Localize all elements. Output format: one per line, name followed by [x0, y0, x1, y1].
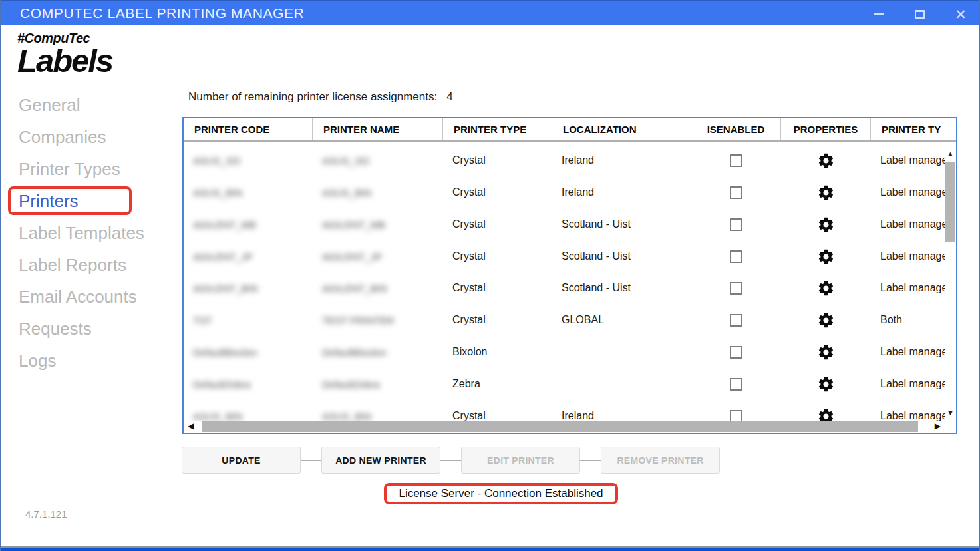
update-button[interactable]: UPDATE — [182, 447, 301, 474]
edit-printer-button[interactable]: EDIT PRINTER — [461, 447, 580, 474]
properties-gear-icon[interactable] — [817, 407, 835, 421]
scroll-right-icon[interactable]: ▶ — [935, 421, 941, 431]
cell-printer-code: AGILENT_JP — [184, 251, 313, 262]
cell-printer-ty: Label management — [871, 250, 945, 262]
cell-printer-type: Crystal — [443, 186, 552, 198]
cell-localization: Scotland - Uist — [552, 250, 691, 262]
cell-printer-ty: Label management — [871, 154, 945, 166]
column-header-printer-name[interactable]: PRINTER NAME — [313, 118, 443, 140]
table-row[interactable]: DefaultZebra DefaultZebra Zebra Label ma… — [184, 368, 945, 400]
isenabled-checkbox[interactable] — [730, 378, 742, 391]
close-button[interactable]: ✕ — [952, 5, 969, 23]
properties-gear-icon[interactable] — [817, 279, 835, 297]
properties-gear-icon[interactable] — [817, 216, 835, 234]
cell-printer-type: Zebra — [443, 378, 552, 390]
cell-printer-type: Crystal — [443, 410, 552, 421]
maximize-button[interactable] — [911, 5, 928, 23]
properties-gear-icon[interactable] — [817, 184, 835, 202]
sidebar-item-requests[interactable]: Requests — [19, 313, 178, 345]
sidebar-item-label-templates[interactable]: Label Templates — [19, 217, 178, 249]
table-header-row: PRINTER CODE PRINTER NAME PRINTER TYPE L… — [184, 118, 956, 142]
cell-printer-code: DefaultZebra — [184, 379, 313, 390]
cell-localization: Scotland - Uist — [552, 218, 691, 230]
vertical-scrollbar[interactable]: ▲ ▼ — [945, 144, 956, 421]
cell-printer-ty: Label management — [871, 346, 945, 358]
brand-name: Labels — [17, 42, 112, 79]
maximize-icon — [915, 10, 925, 19]
properties-gear-icon[interactable] — [817, 343, 835, 361]
cell-printer-name: AGILENT_JP — [313, 251, 443, 262]
horizontal-scrollbar[interactable]: ◀ ▶ — [184, 421, 945, 433]
column-header-localization[interactable]: LOCALIZATION — [552, 118, 691, 140]
brand-logo: #CompuTec Labels — [17, 31, 112, 79]
close-icon: ✕ — [955, 7, 967, 21]
cell-printer-code: AGILENT_MB — [184, 219, 313, 230]
column-header-printer-code[interactable]: PRINTER CODE — [184, 118, 313, 140]
table-row[interactable]: AGILENT_BIN AGILENT_BIN Crystal Scotland… — [184, 272, 945, 304]
scroll-up-icon[interactable]: ▲ — [945, 150, 956, 158]
sidebar-item-printer-types[interactable]: Printer Types — [19, 153, 178, 185]
sidebar-item-companies[interactable]: Companies — [19, 121, 178, 153]
minimize-icon — [874, 13, 884, 15]
cell-printer-name: AGILENT_BIN — [313, 283, 443, 294]
cell-printer-code: ASUS_BIN — [184, 187, 313, 198]
horizontal-scrollbar-thumb[interactable] — [202, 421, 918, 432]
cell-printer-ty: Label management — [871, 186, 945, 198]
cell-printer-ty: Label management — [871, 218, 945, 230]
printers-table: PRINTER CODE PRINTER NAME PRINTER TYPE L… — [182, 117, 957, 434]
isenabled-checkbox[interactable] — [730, 218, 742, 231]
properties-gear-icon[interactable] — [817, 152, 835, 170]
remove-printer-button[interactable]: REMOVE PRINTER — [601, 447, 720, 474]
sidebar-item-logs[interactable]: Logs — [19, 345, 178, 377]
properties-gear-icon[interactable] — [817, 248, 835, 266]
isenabled-checkbox[interactable] — [730, 410, 742, 421]
table-row[interactable]: AGILENT_MB AGILENT_MB Crystal Scotland -… — [184, 208, 945, 240]
button-connector — [301, 460, 321, 461]
add-new-printer-button[interactable]: ADD NEW PRINTER — [321, 447, 440, 474]
isenabled-checkbox[interactable] — [730, 186, 742, 199]
isenabled-checkbox[interactable] — [730, 154, 742, 167]
scroll-down-icon[interactable]: ▼ — [945, 409, 956, 417]
isenabled-checkbox[interactable] — [730, 346, 742, 359]
sidebar-item-general[interactable]: General — [19, 89, 178, 121]
column-header-printer-type[interactable]: PRINTER TYPE — [443, 118, 552, 140]
table-row[interactable]: TST TEST PRINTER Crystal GLOBAL Both — [184, 304, 945, 336]
scroll-left-icon[interactable]: ◀ — [188, 421, 194, 431]
window-controls: ✕ — [870, 1, 969, 27]
cell-printer-code: AGILENT_BIN — [184, 283, 313, 294]
cell-printer-type: Crystal — [443, 282, 552, 294]
button-connector — [440, 460, 461, 461]
properties-gear-icon[interactable] — [817, 375, 835, 393]
sidebar-item-email-accounts[interactable]: Email Accounts — [19, 281, 178, 313]
table-row[interactable]: ASUS_BIN ASUS_BIN Crystal Ireland Label … — [184, 400, 945, 421]
license-remaining-line: Number of remaining printer license assi… — [188, 91, 453, 104]
minimize-button[interactable] — [870, 5, 887, 23]
cell-printer-type: Crystal — [443, 250, 552, 262]
table-row[interactable]: AGILENT_JP AGILENT_JP Crystal Scotland -… — [184, 240, 945, 272]
sidebar-item-label-reports[interactable]: Label Reports — [19, 249, 178, 281]
isenabled-checkbox[interactable] — [730, 282, 742, 295]
column-header-printer-ty[interactable]: PRINTER TY — [871, 118, 956, 140]
isenabled-checkbox[interactable] — [730, 250, 742, 263]
properties-gear-icon[interactable] — [817, 311, 835, 329]
sidebar-item-printers[interactable]: Printers — [19, 185, 178, 217]
cell-printer-ty: Label management — [871, 410, 945, 421]
column-header-isenabled[interactable]: ISENABLED — [691, 118, 781, 140]
table-row[interactable]: DefaultBixolon DefaultBixolon Bixolon La… — [184, 336, 945, 368]
license-server-status: License Server - Connection Established — [384, 483, 618, 504]
table-body: ASUS_SO ASUS_SO Crystal Ireland Label ma… — [184, 144, 945, 421]
table-row[interactable]: ASUS_SO ASUS_SO Crystal Ireland Label ma… — [184, 144, 945, 176]
cell-localization: Scotland - Uist — [552, 282, 691, 294]
isenabled-checkbox[interactable] — [730, 314, 742, 327]
app-version: 4.7.1.121 — [25, 508, 67, 520]
cell-printer-type: Crystal — [443, 154, 552, 166]
license-remaining-value: 4 — [446, 91, 452, 104]
cell-localization: GLOBAL — [552, 314, 691, 326]
column-header-properties[interactable]: PROPERTIES — [781, 118, 871, 140]
cell-printer-name: DefaultZebra — [313, 379, 443, 390]
table-row[interactable]: ASUS_BIN ASUS_BIN Crystal Ireland Label … — [184, 176, 945, 208]
cell-printer-type: Bixolon — [443, 346, 552, 358]
vertical-scrollbar-thumb[interactable] — [945, 162, 955, 242]
window-title: COMPUTEC LABEL PRINTING MANAGER — [20, 5, 304, 21]
license-remaining-label: Number of remaining printer license assi… — [188, 91, 437, 104]
